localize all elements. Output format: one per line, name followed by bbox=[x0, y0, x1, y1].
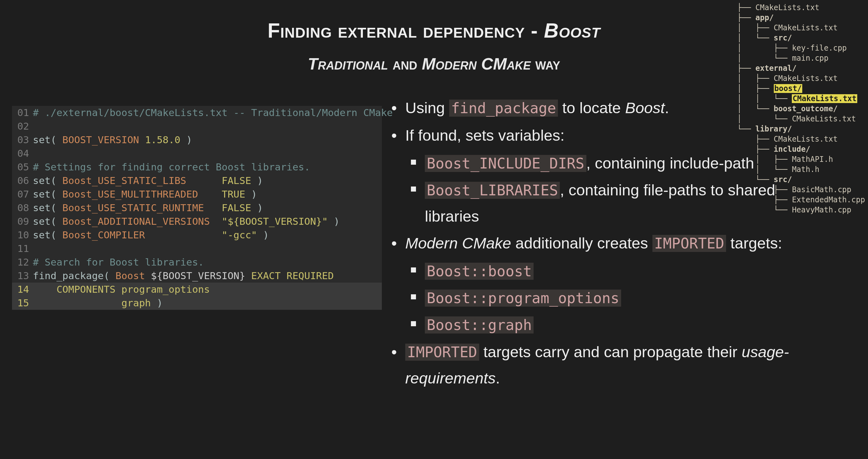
code-token: Boost_USE_STATIC_RUNTIME bbox=[62, 202, 204, 213]
code-token: EXACT REQUIRED bbox=[251, 270, 334, 281]
tree-prefix: ├── bbox=[737, 145, 774, 154]
tree-prefix: │ ├── CMakeLists.txt bbox=[737, 23, 838, 32]
bullet-1-pre: Using bbox=[405, 99, 449, 116]
code-content bbox=[33, 242, 382, 255]
code-content: set( Boost_USE_STATIC_LIBS FALSE ) bbox=[33, 174, 382, 187]
code-content: graph ) bbox=[33, 296, 382, 310]
tree-row: ├── ExtendedMath.cpp bbox=[737, 195, 865, 205]
code-token: ) bbox=[151, 297, 162, 309]
line-number: 06 bbox=[12, 174, 33, 187]
code-token: ) bbox=[251, 202, 263, 213]
code-content: set( Boost_ADDITIONAL_VERSIONS "${BOOST_… bbox=[33, 215, 382, 228]
bullet-4: IMPORTED targets carry and can propagate… bbox=[385, 339, 815, 392]
bullet-2a-post: , containing include-path bbox=[586, 155, 754, 172]
bullet-3-post: targets: bbox=[726, 235, 782, 252]
code-token: set( bbox=[33, 134, 62, 145]
code-token: ) bbox=[328, 216, 340, 227]
line-number: 07 bbox=[12, 187, 33, 201]
line-number: 15 bbox=[12, 296, 33, 310]
tree-node: library/ bbox=[755, 125, 792, 133]
code-line: 04 bbox=[12, 147, 382, 160]
code-token: set( bbox=[33, 202, 62, 213]
slide: Finding external dependency - Boost Trad… bbox=[0, 0, 868, 459]
code-token: "${BOOST_VERSION}" bbox=[222, 216, 328, 227]
tree-row: ├── external/ bbox=[737, 63, 865, 73]
code-token: ) bbox=[245, 188, 257, 200]
code-token bbox=[204, 202, 222, 213]
code-content bbox=[33, 120, 382, 133]
tree-prefix: ├── ExtendedMath.cpp bbox=[737, 195, 865, 204]
code-token: FALSE bbox=[222, 175, 251, 186]
code-token: set( bbox=[33, 229, 62, 241]
code-token: ) bbox=[257, 229, 269, 241]
code-boost-po: Boost::program_options bbox=[425, 289, 621, 307]
tree-prefix: ├── bbox=[737, 13, 755, 22]
tree-node: app/ bbox=[755, 13, 774, 22]
tree-row: └── HeavyMath.cpp bbox=[737, 205, 865, 215]
code-token: set( bbox=[33, 216, 62, 227]
code-token: Boost_USE_MULTITHREADED bbox=[62, 188, 198, 200]
tree-prefix: │ └── bbox=[737, 33, 774, 42]
tree-node: boost/ bbox=[774, 84, 803, 93]
code-content: # ./external/boost/CMakeLists.txt -- Tra… bbox=[33, 106, 393, 120]
line-number: 08 bbox=[12, 201, 33, 215]
code-token: BOOST_VERSION bbox=[62, 134, 145, 145]
tree-prefix: │ ├── CMakeLists.txt bbox=[737, 74, 838, 83]
code-find-package: find_package bbox=[449, 99, 558, 117]
tree-row: │ ├── MathAPI.h bbox=[737, 154, 865, 164]
code-token: program_options bbox=[121, 283, 210, 295]
code-line: 03set( BOOST_VERSION 1.58.0 ) bbox=[12, 133, 382, 147]
code-token: 1.58.0 bbox=[145, 134, 181, 145]
code-token: ) bbox=[181, 134, 192, 145]
tree-row: ├── CMakeLists.txt bbox=[737, 3, 865, 13]
code-content: find_package( Boost ${BOOST_VERSION} EXA… bbox=[33, 269, 382, 283]
code-token bbox=[210, 216, 222, 227]
subtitle-traditional: Traditional bbox=[308, 55, 388, 73]
code-line: 14 COMPONENTS program_options bbox=[12, 283, 382, 296]
code-libraries: Boost_LIBRARIES bbox=[425, 182, 560, 199]
code-token bbox=[186, 175, 222, 186]
subtitle-and: and bbox=[388, 55, 422, 73]
tree-row: ├── app/ bbox=[737, 13, 865, 23]
tree-row: │ └── Math.h bbox=[737, 164, 865, 175]
code-token: COMPONENTS bbox=[57, 283, 121, 295]
bullet-3-mid: additionally creates bbox=[511, 235, 652, 252]
code-token: # Search for Boost libraries. bbox=[33, 256, 204, 268]
tree-row: │ ├── CMakeLists.txt bbox=[737, 73, 865, 84]
code-content: set( Boost_COMPILER "-gcc" ) bbox=[33, 228, 382, 242]
line-number: 13 bbox=[12, 269, 33, 283]
code-token: graph bbox=[121, 297, 151, 309]
code-include-dirs: Boost_INCLUDE_DIRS bbox=[425, 155, 586, 172]
tree-row: │ ├── boost/ bbox=[737, 84, 865, 94]
code-token: # ./external/boost/CMakeLists.txt -- Tra… bbox=[33, 107, 393, 118]
code-token: Boost_COMPILER bbox=[62, 229, 145, 241]
code-line: 01# ./external/boost/CMakeLists.txt -- T… bbox=[12, 106, 382, 120]
tree-prefix: │ └── CMakeLists.txt bbox=[737, 115, 856, 123]
code-token: set( bbox=[33, 175, 62, 186]
code-token: Boost bbox=[115, 270, 151, 281]
code-token: set( bbox=[33, 188, 62, 200]
line-number: 11 bbox=[12, 242, 33, 255]
bullet-1-end: . bbox=[665, 99, 669, 116]
code-content: # Settings for finding correct Boost lib… bbox=[33, 160, 382, 174]
tree-prefix: │ ├── key-file.cpp bbox=[737, 43, 847, 53]
subtitle-modern: Modern CMake bbox=[422, 55, 531, 73]
code-block: 01# ./external/boost/CMakeLists.txt -- T… bbox=[12, 106, 382, 310]
code-content: set( Boost_USE_STATIC_RUNTIME FALSE ) bbox=[33, 201, 382, 215]
tree-prefix: ├── CMakeLists.txt bbox=[737, 135, 838, 144]
line-number: 05 bbox=[12, 160, 33, 174]
tree-node: src/ bbox=[774, 175, 792, 184]
line-number: 14 bbox=[12, 283, 33, 296]
code-token: Boost_USE_STATIC_LIBS bbox=[62, 175, 186, 186]
code-token: find_package( bbox=[33, 270, 115, 281]
bullet-3b: Boost::program_options bbox=[385, 285, 815, 311]
tree-row: │ └── CMakeLists.txt bbox=[737, 114, 865, 124]
tree-prefix: ├── bbox=[737, 64, 755, 73]
code-line: 05# Settings for finding correct Boost l… bbox=[12, 160, 382, 174]
tree-prefix: ├── CMakeLists.txt bbox=[737, 3, 819, 12]
bullet-3c: Boost::graph bbox=[385, 312, 815, 338]
tree-prefix: │ └── bbox=[737, 104, 774, 113]
bullet-4-end: . bbox=[496, 370, 500, 387]
code-line: 15 graph ) bbox=[12, 296, 382, 310]
tree-prefix: └── HeavyMath.cpp bbox=[737, 206, 851, 214]
